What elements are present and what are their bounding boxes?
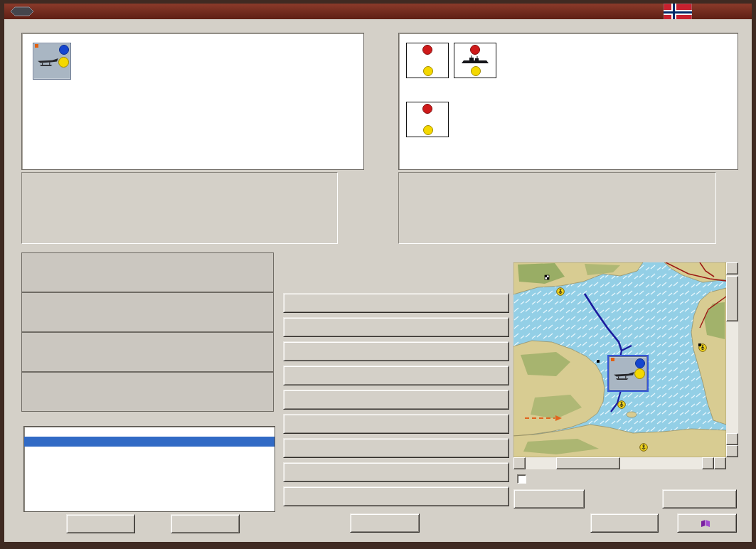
spend-button-select-target[interactable]	[283, 486, 509, 506]
spend-button-decrease-enemy-naval-column[interactable]	[283, 462, 509, 482]
spend-button-avoid-combat[interactable]	[283, 293, 509, 313]
scroll-up-icon[interactable]	[726, 433, 738, 445]
rebase-marker	[35, 44, 38, 48]
unit-counter-he115c[interactable]	[33, 43, 71, 80]
stats-panel-germany	[21, 172, 338, 244]
title-bar[interactable]	[4, 4, 752, 19]
help-button[interactable]	[677, 513, 737, 533]
unit-counter-niels-juel[interactable]	[406, 43, 449, 78]
stats-panel-denmark	[398, 172, 716, 244]
wif-fe-charts-button[interactable]	[662, 489, 737, 508]
range-badge	[634, 368, 645, 379]
rebase-marker	[611, 358, 614, 361]
aircraft-silhouette	[36, 58, 59, 67]
spend-surprise-points-window	[0, 0, 756, 549]
map-widget	[513, 262, 738, 469]
spend-button-decrease-enemy-aa-fire[interactable]	[283, 414, 509, 434]
help-icon	[701, 519, 710, 528]
spend-button-decrease-enemy-air-to-air[interactable]	[283, 366, 509, 385]
attack-badge	[422, 45, 432, 55]
spend-button-choose-naval-combat-type[interactable]	[283, 317, 509, 337]
expected-axis-losses-box	[21, 332, 274, 372]
map-unit-counter-he115c[interactable]	[609, 356, 647, 390]
window-icon	[10, 6, 34, 17]
scroll-up-icon[interactable]	[726, 262, 738, 274]
horizontal-scroll-thumb[interactable]	[556, 457, 620, 469]
points-spent-item[interactable]	[24, 427, 275, 437]
scroll-down-icon[interactable]	[726, 445, 738, 457]
vertical-scroll-thumb[interactable]	[726, 276, 738, 321]
map-horizontal-scrollbar[interactable]	[513, 457, 726, 469]
danish-unit-block-3	[406, 102, 449, 141]
movement-badge	[423, 66, 433, 76]
original-result-box	[21, 252, 274, 292]
air-to-air-badge	[635, 358, 645, 368]
aircraft-silhouette	[612, 371, 635, 380]
unit-counter-danish-ship[interactable]	[454, 43, 496, 78]
scroll-right-icon[interactable]	[714, 457, 726, 469]
norway-flag-icon	[664, 4, 692, 21]
range-badge	[58, 57, 69, 68]
naval-crt-button[interactable]	[513, 489, 585, 508]
points-spent-item-selected[interactable]	[24, 437, 275, 447]
points-spent-listbox[interactable]	[23, 426, 275, 512]
movement-badge	[423, 125, 433, 135]
points-remaining-row	[282, 254, 307, 265]
danish-unit-block-1	[406, 43, 449, 82]
undo-last-button[interactable]	[171, 514, 240, 533]
window-frame	[0, 542, 756, 549]
map-viewport[interactable]	[513, 262, 726, 457]
undo-all-button[interactable]	[66, 514, 135, 533]
expected-allied-losses-box	[21, 372, 274, 412]
danish-unit-block-2	[454, 43, 496, 82]
attack-badge	[422, 104, 432, 114]
spending-units-box	[21, 33, 364, 170]
german-unit-block	[33, 43, 71, 83]
air-to-air-badge	[59, 45, 69, 55]
surprised-units-box	[398, 33, 738, 170]
current-result-box	[21, 292, 274, 332]
ship-silhouette	[461, 54, 489, 64]
spend-button-increase-aa-fire[interactable]	[283, 390, 509, 410]
spend-button-increase-naval-column[interactable]	[283, 438, 509, 458]
movement-badge	[471, 66, 481, 76]
spend-button-increase-air-to-air[interactable]	[283, 341, 509, 361]
anti-aircraft-crt-button[interactable]	[590, 513, 659, 533]
unit-counter-peder-skram[interactable]	[406, 102, 449, 137]
map-vertical-scrollbar[interactable]	[726, 262, 738, 457]
window-frame	[752, 0, 756, 549]
scroll-left-icon[interactable]	[513, 457, 526, 469]
ok-button[interactable]	[350, 513, 420, 533]
scroll-left-icon[interactable]	[702, 457, 714, 469]
scrollbar-corner	[726, 457, 738, 469]
center-map-checkbox[interactable]	[517, 474, 526, 484]
attack-badge	[470, 45, 480, 55]
